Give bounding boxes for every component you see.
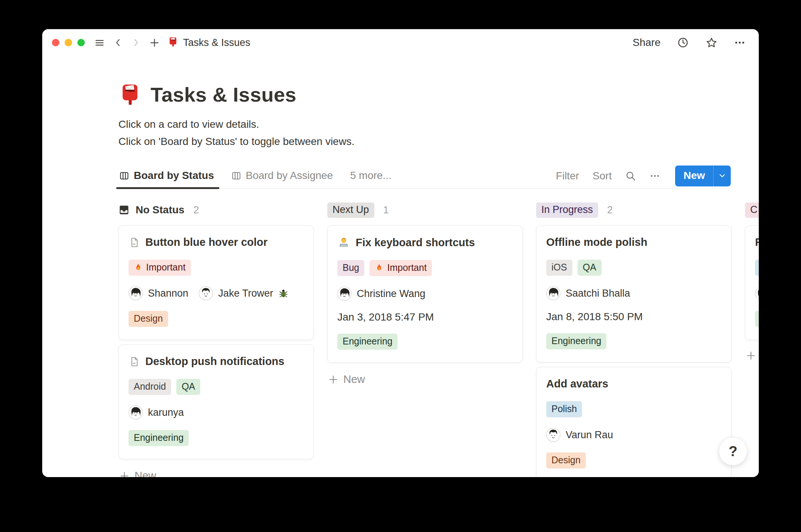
tag-ios[interactable]: iOS: [546, 260, 572, 276]
forward-button[interactable]: [132, 38, 140, 47]
tag-android[interactable]: Android: [129, 379, 171, 395]
traffic-lights: [52, 39, 85, 46]
history-button[interactable]: [677, 37, 689, 49]
person-saatchi-bhalla[interactable]: Saatchi Bhalla: [546, 286, 630, 300]
tag-engineering[interactable]: Engineering: [546, 333, 606, 349]
card-add-avatars[interactable]: Add avatarsPolishVarun RauDesign: [536, 367, 732, 477]
help-button[interactable]: ?: [719, 437, 747, 466]
tag-qa[interactable]: QA: [176, 379, 200, 395]
tab-board-by-status[interactable]: Board by Status: [118, 164, 215, 188]
column-title-badge: In Progress: [536, 202, 598, 218]
new-button-label[interactable]: New: [675, 166, 713, 186]
more-options-button[interactable]: [734, 37, 745, 48]
document-icon: [129, 356, 140, 367]
mailbox-icon[interactable]: [118, 83, 142, 106]
back-button[interactable]: [114, 38, 123, 47]
star-icon: [705, 37, 718, 49]
tag-p[interactable]: P: [755, 260, 759, 276]
sort-button[interactable]: Sort: [593, 170, 612, 182]
column-header: C: [745, 201, 759, 219]
tag-label: Polish: [551, 403, 577, 414]
tag-polish[interactable]: Polish: [546, 401, 582, 417]
titlebar: Tasks & Issues Share: [42, 29, 759, 56]
new-button[interactable]: New: [675, 166, 731, 186]
tag-label: Important: [146, 262, 186, 273]
tag-qa[interactable]: QA: [578, 260, 601, 276]
person-karunya[interactable]: karunya: [129, 405, 184, 420]
board-view-icon: [119, 171, 129, 181]
tag-design[interactable]: Design: [129, 311, 168, 327]
card-title-row: Button blue hover color: [129, 236, 304, 248]
card-title-row: R: [755, 236, 759, 248]
card-title: R: [755, 236, 759, 248]
tab-label: Board by Status: [134, 170, 214, 182]
search-button[interactable]: [625, 170, 636, 182]
new-card-button[interactable]: New: [327, 371, 523, 388]
card-people-row: Christine Wang: [337, 287, 513, 301]
tag-important[interactable]: Important: [129, 260, 191, 276]
app-window: Tasks & Issues Share Tasks & Issues Clic…: [42, 29, 759, 477]
tag-e[interactable]: E: [755, 311, 759, 327]
tag-label: Android: [134, 381, 166, 392]
avatar: [546, 286, 560, 300]
description-line: Click on 'Board by Status' to toggle bet…: [118, 133, 759, 150]
new-card-button[interactable]: [745, 348, 759, 363]
minimize-button[interactable]: [65, 39, 72, 46]
sidebar-menu-button[interactable]: [95, 38, 105, 48]
tag-engineering[interactable]: Engineering: [337, 334, 398, 350]
tag-label: Engineering: [134, 432, 183, 443]
column-header: No Status2: [118, 201, 314, 219]
card-fix-keyboard-shortcuts[interactable]: Fix keyboard shortcutsBugImportantChrist…: [327, 225, 523, 363]
person-shannon[interactable]: Shannon: [129, 286, 188, 300]
board-column-in-progress: In Progress2Offline mode polishiOSQASaat…: [536, 201, 732, 477]
card-desktop-push-notifications[interactable]: Desktop push notificationsAndroidQAkarun…: [118, 344, 314, 459]
plus-icon: [119, 471, 130, 477]
card-title-row: Fix keyboard shortcuts: [337, 236, 513, 249]
ellipsis-icon: [734, 37, 745, 48]
share-button[interactable]: Share: [633, 37, 661, 49]
tab-5-more[interactable]: 5 more...: [349, 164, 392, 188]
technologist-icon: [337, 236, 350, 249]
tag-design[interactable]: Design: [546, 452, 586, 468]
tag-important[interactable]: Important: [369, 260, 432, 276]
filter-button[interactable]: Filter: [556, 170, 579, 182]
tag-label: Engineering: [343, 336, 392, 347]
view-options-button[interactable]: [650, 171, 660, 181]
tag-label: Engineering: [551, 335, 601, 346]
card-tags-row: BugImportant: [337, 260, 513, 276]
tab-label: Board by Assignee: [246, 170, 333, 182]
person-varun-rau[interactable]: Varun Rau: [546, 428, 613, 442]
card-offline-mode-polish[interactable]: Offline mode polishiOSQASaatchi BhallaJa…: [536, 225, 732, 362]
flame-icon: [134, 263, 143, 272]
description-line: Click on a card to view details.: [118, 116, 759, 133]
person-assignee[interactable]: [755, 286, 759, 300]
card-tags-row: iOSQA: [546, 260, 721, 276]
tag-label: QA: [182, 381, 195, 392]
tag-bug[interactable]: Bug: [337, 260, 364, 276]
new-page-button[interactable]: [149, 38, 160, 48]
new-button-dropdown[interactable]: [713, 166, 731, 186]
close-button[interactable]: [52, 39, 59, 46]
beetle-icon: [278, 288, 288, 299]
tab-board-by-assignee[interactable]: Board by Assignee: [231, 164, 334, 188]
person-jake-trower[interactable]: Jake Trower: [199, 286, 288, 300]
person-name: Shannon: [148, 288, 188, 299]
card-r[interactable]: RPE: [745, 225, 759, 340]
tag-label: Bug: [343, 262, 359, 273]
card-tags-row: Engineering: [337, 334, 513, 350]
favorite-button[interactable]: [705, 37, 718, 49]
person-christine-wang[interactable]: Christine Wang: [337, 287, 426, 301]
tag-engineering[interactable]: Engineering: [129, 430, 189, 446]
avatar: [129, 286, 143, 300]
column-count: 2: [194, 204, 199, 216]
card-tags-row: P: [755, 260, 759, 276]
card-title: Desktop push notifications: [145, 355, 284, 368]
new-card-button[interactable]: New: [118, 467, 314, 477]
plus-icon: [746, 350, 756, 361]
card-button-blue-hover-color[interactable]: Button blue hover colorImportantShannonJ…: [118, 225, 314, 340]
card-title: Button blue hover color: [145, 236, 267, 248]
zoom-button[interactable]: [77, 39, 85, 46]
person-name: Varun Rau: [566, 429, 613, 441]
breadcrumb[interactable]: Tasks & Issues: [168, 37, 250, 49]
tag-label: QA: [583, 262, 596, 273]
